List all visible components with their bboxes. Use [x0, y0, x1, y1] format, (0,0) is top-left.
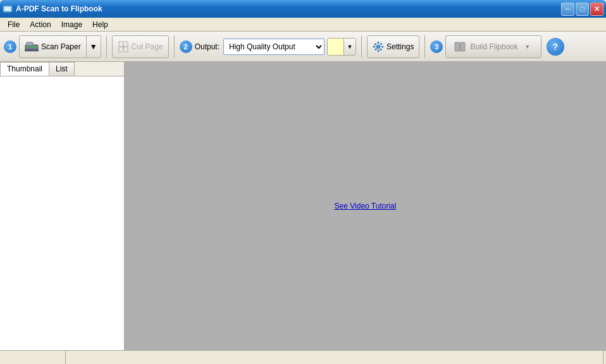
tab-thumbnail[interactable]: Thumbnail — [0, 62, 49, 76]
app-icon — [3, 4, 13, 14]
scan-paper-label: Scan Paper — [41, 42, 81, 51]
status-segment-1 — [3, 351, 66, 364]
settings-button[interactable]: Settings — [367, 35, 419, 58]
status-segment-2 — [66, 351, 603, 364]
svg-rect-2 — [6, 12, 9, 13]
output-select[interactable]: High Quality Output Medium Quality Outpu… — [223, 39, 325, 55]
titlebar-controls: ─ □ ✕ — [561, 3, 603, 16]
menu-item-help[interactable]: Help — [87, 19, 113, 30]
svg-rect-16 — [380, 48, 382, 51]
step1-badge: 1 — [4, 40, 16, 53]
menu-item-action[interactable]: Action — [25, 19, 56, 30]
separator-4 — [424, 35, 425, 58]
cut-page-label: Cut Page — [132, 42, 163, 51]
thumbnail-area — [0, 76, 124, 350]
output-label: Output: — [195, 42, 220, 51]
build-flipbook-label: Build Flipbook — [470, 42, 517, 51]
svg-rect-19 — [455, 42, 459, 51]
app-title: A-PDF Scan to Flipbook — [16, 4, 102, 13]
svg-rect-11 — [378, 42, 379, 44]
cut-page-button[interactable]: Cut Page — [112, 35, 169, 58]
help-button[interactable]: ? — [547, 38, 564, 56]
build-flipbook-button[interactable]: Build Flipbook ▼ — [445, 35, 541, 58]
svg-rect-13 — [373, 46, 375, 47]
toolbar: 1 Scan Paper ▼ Cut Page 2 Output: High Q… — [0, 32, 606, 62]
tab-list[interactable]: List — [49, 62, 75, 76]
svg-rect-20 — [461, 42, 465, 51]
scan-paper-arrow[interactable]: ▼ — [87, 36, 101, 58]
menu-item-file[interactable]: File — [3, 19, 25, 30]
menu-item-image[interactable]: Image — [56, 19, 87, 30]
settings-label: Settings — [386, 42, 414, 51]
scanner-icon — [25, 40, 39, 53]
svg-rect-4 — [27, 42, 33, 46]
content-area: Thumbnail List See Video Tutorial — [0, 62, 606, 350]
svg-rect-14 — [381, 46, 383, 47]
svg-rect-1 — [4, 7, 11, 11]
step2-badge: 2 — [180, 40, 192, 53]
menubar: File Action Image Help — [0, 18, 606, 32]
statusbar — [0, 350, 606, 364]
book-icon — [454, 41, 466, 52]
titlebar: A-PDF Scan to Flipbook ─ □ ✕ — [0, 0, 606, 18]
color-swatch-container[interactable]: ▼ — [327, 38, 356, 56]
gear-icon — [373, 41, 384, 52]
svg-rect-15 — [374, 43, 377, 46]
svg-rect-5 — [26, 46, 37, 47]
svg-rect-17 — [374, 48, 377, 51]
separator-1 — [106, 35, 107, 58]
close-button[interactable]: ✕ — [590, 3, 603, 16]
titlebar-left: A-PDF Scan to Flipbook — [3, 4, 102, 14]
separator-3 — [361, 35, 362, 58]
tab-bar: Thumbnail List — [0, 62, 124, 76]
color-swatch[interactable] — [328, 39, 344, 55]
svg-point-10 — [376, 45, 380, 49]
left-panel: Thumbnail List — [0, 62, 125, 350]
maximize-button[interactable]: □ — [576, 3, 589, 16]
scan-paper-button[interactable]: Scan Paper ▼ — [19, 35, 101, 58]
svg-rect-12 — [378, 50, 379, 52]
build-flipbook-arrow[interactable]: ▼ — [522, 39, 533, 55]
main-preview: See Video Tutorial — [125, 62, 606, 350]
step3-badge: 3 — [430, 40, 443, 53]
svg-rect-18 — [380, 42, 383, 45]
svg-rect-6 — [25, 49, 39, 51]
video-tutorial-link[interactable]: See Video Tutorial — [335, 202, 397, 210]
minimize-button[interactable]: ─ — [561, 3, 574, 16]
separator-2 — [174, 35, 175, 58]
scan-paper-main[interactable]: Scan Paper — [20, 36, 87, 58]
cut-icon — [118, 41, 129, 52]
color-swatch-arrow[interactable]: ▼ — [344, 39, 356, 55]
